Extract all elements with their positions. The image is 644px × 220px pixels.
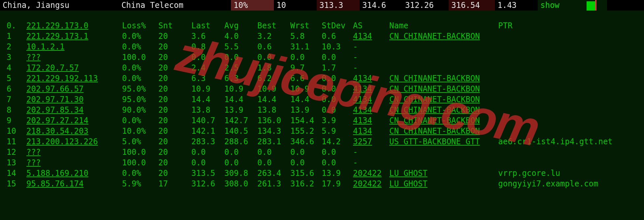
cell-best: 0.0 xyxy=(257,52,290,63)
cell-ptr xyxy=(498,147,637,157)
cell-ip[interactable]: 221.229.192.113 xyxy=(26,73,122,84)
cell-loss: 5.9% xyxy=(122,179,158,189)
cell-avg: 309.8 xyxy=(224,168,257,179)
cell-avg: 10.9 xyxy=(224,84,257,94)
cell-avg: 0.0 xyxy=(224,157,257,168)
cell-wrst: 155.2 xyxy=(290,126,322,136)
col-avg: Avg xyxy=(224,20,257,31)
cell-ptr xyxy=(498,52,637,63)
cell-loss: 0.0% xyxy=(122,41,158,52)
cell-wrst: 0.0 xyxy=(290,52,322,63)
cell-ptr xyxy=(498,94,637,105)
cell-as[interactable]: 4134 xyxy=(353,126,389,136)
cell-as[interactable]: 4134 xyxy=(353,73,389,84)
cell-snt: 20 xyxy=(158,84,191,94)
cell-name[interactable]: CN CHINANET-BACKBON xyxy=(389,126,498,136)
table-header: 0. 221.229.173.0 Loss% Snt Last Avg Best… xyxy=(7,20,644,31)
cell-snt: 20 xyxy=(158,31,191,41)
cell-avg: 2.5 xyxy=(224,63,257,73)
cell-n: 9 xyxy=(7,115,26,126)
cell-snt: 20 xyxy=(158,157,191,168)
cell-avg: 14.4 xyxy=(224,94,257,105)
cell-ip[interactable]: ??? xyxy=(26,147,122,157)
col-n: 0. xyxy=(7,20,26,31)
cell-loss: 95.0% xyxy=(122,84,158,94)
cell-snt: 20 xyxy=(158,63,191,73)
cell-snt: 20 xyxy=(158,147,191,157)
cell-last: 140.7 xyxy=(191,115,224,126)
cell-best: 283.1 xyxy=(257,136,290,147)
col-name: Name xyxy=(389,20,498,31)
cell-snt: 20 xyxy=(158,126,191,136)
cell-as[interactable]: 202422 xyxy=(353,179,389,189)
cell-ip[interactable]: 10.1.2.1 xyxy=(26,41,122,52)
col-best: Best xyxy=(257,20,290,31)
cell-name[interactable]: LU GHOST xyxy=(389,179,498,189)
cell-n: 2 xyxy=(7,41,26,52)
col-loss: Loss% xyxy=(122,20,158,31)
cell-ip[interactable]: 202.97.85.34 xyxy=(26,105,122,115)
cell-ip[interactable]: 218.30.54.203 xyxy=(26,126,122,136)
cell-last: 0.8 xyxy=(191,41,224,52)
cell-last: 3.6 xyxy=(191,31,224,41)
cell-as[interactable]: 4134 xyxy=(353,115,389,126)
cell-name xyxy=(389,41,498,52)
cell-as[interactable]: 4134 xyxy=(353,94,389,105)
cell-n: 10 xyxy=(7,126,26,136)
cell-name[interactable]: CN CHINANET-BACKBON xyxy=(389,73,498,84)
cell-loss: 0.0% xyxy=(122,63,158,73)
cell-as[interactable]: 3257 xyxy=(353,136,389,147)
show-link[interactable]: show xyxy=(538,0,584,11)
cell-name[interactable]: US GTT-BACKBONE GTT xyxy=(389,136,498,147)
cell-std: 17.9 xyxy=(322,179,353,189)
cell-wrst: 13.9 xyxy=(290,105,322,115)
table-row: 1221.229.173.10.0%203.64.03.25.80.64134C… xyxy=(7,31,644,41)
cell-wrst: 14.4 xyxy=(290,94,322,105)
cell-avg: 13.9 xyxy=(224,105,257,115)
cell-avg: 140.5 xyxy=(224,126,257,136)
col-snt: Snt xyxy=(158,20,191,31)
cell-name[interactable]: CN CHINANET-BACKBON xyxy=(389,115,498,126)
cell-std: 0.0 xyxy=(322,52,353,63)
cell-std: 1.7 xyxy=(322,63,353,73)
cell-name[interactable]: CN CHINANET-BACKBON xyxy=(389,94,498,105)
cell-std: 14.2 xyxy=(322,136,353,147)
cell-ip[interactable]: ??? xyxy=(26,52,122,63)
cell-ip[interactable]: 213.200.123.226 xyxy=(26,136,122,147)
cell-wrst: 315.6 xyxy=(290,168,322,179)
cell-loss: 10.0% xyxy=(122,126,158,136)
summary-bar: China, Jiangsu China Telecom 10% 10 313.… xyxy=(0,0,644,11)
mtr-window: China, Jiangsu China Telecom 10% 10 313.… xyxy=(0,0,644,220)
cell-snt: 20 xyxy=(158,52,191,63)
cell-loss: 100.0 xyxy=(122,147,158,157)
cell-snt: 20 xyxy=(158,115,191,126)
table-row: 11213.200.123.2265.0%20283.3288.6283.134… xyxy=(7,136,644,147)
cell-best: 13.8 xyxy=(257,105,290,115)
cell-as[interactable]: 4134 xyxy=(353,105,389,115)
cell-name[interactable]: CN CHINANET-BACKBON xyxy=(389,31,498,41)
cell-ip[interactable]: 202.97.27.214 xyxy=(26,115,122,126)
cell-wrst: 6.6 xyxy=(290,73,322,84)
cell-as[interactable]: 202422 xyxy=(353,168,389,179)
cell-name[interactable]: CN CHINANET-BACKBON xyxy=(389,105,498,115)
summary-m5: 1.43 xyxy=(495,0,538,11)
cell-best: 3.2 xyxy=(257,31,290,41)
cell-ip[interactable]: 202.97.66.57 xyxy=(26,84,122,94)
cell-snt: 20 xyxy=(158,168,191,179)
cell-ip[interactable]: 5.188.169.210 xyxy=(26,168,122,179)
cell-n: 14 xyxy=(7,168,26,179)
cell-as: - xyxy=(353,41,389,52)
cell-name[interactable]: LU GHOST xyxy=(389,168,498,179)
cell-ip[interactable]: 202.97.71.30 xyxy=(26,94,122,105)
cell-ip[interactable]: 172.20.7.57 xyxy=(26,63,122,73)
cell-avg: 4.0 xyxy=(224,31,257,41)
cell-ip[interactable]: 221.229.173.1 xyxy=(26,31,122,41)
cell-ip[interactable]: 95.85.76.174 xyxy=(26,179,122,189)
cell-as[interactable]: 4134 xyxy=(353,84,389,94)
cell-avg: 0.0 xyxy=(224,52,257,63)
cell-as[interactable]: 4134 xyxy=(353,31,389,41)
cell-avg: 0.0 xyxy=(224,147,257,157)
cell-name[interactable]: CN CHINANET-BACKBON xyxy=(389,84,498,94)
col-as: AS xyxy=(353,20,389,31)
cell-ip[interactable]: ??? xyxy=(26,157,122,168)
